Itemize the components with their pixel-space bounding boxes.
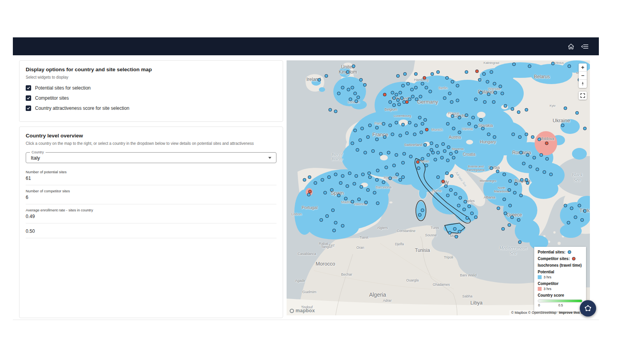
potential-site-marker[interactable]	[500, 92, 504, 95]
potential-site-marker[interactable]	[425, 164, 428, 167]
potential-site-marker[interactable]	[320, 178, 324, 182]
potential-site-marker[interactable]	[398, 103, 401, 106]
potential-site-marker[interactable]	[334, 172, 338, 176]
potential-site-marker[interactable]	[429, 90, 432, 93]
potential-site-marker[interactable]	[388, 177, 392, 180]
potential-site-marker[interactable]	[387, 151, 390, 155]
potential-site-marker[interactable]	[493, 135, 496, 139]
potential-site-marker[interactable]	[368, 175, 372, 179]
potential-site-marker[interactable]	[436, 175, 440, 179]
potential-site-marker[interactable]	[366, 135, 370, 139]
potential-site-marker[interactable]	[532, 156, 536, 160]
potential-site-marker[interactable]	[330, 188, 334, 192]
potential-site-marker[interactable]	[441, 142, 445, 146]
potential-site-marker[interactable]	[355, 174, 358, 178]
potential-site-marker[interactable]	[513, 191, 516, 194]
potential-site-marker[interactable]	[339, 181, 342, 185]
potential-site-marker[interactable]	[359, 185, 363, 188]
compass-button[interactable]	[579, 80, 587, 88]
potential-site-marker[interactable]	[509, 179, 512, 183]
competitor-site-marker[interactable]	[416, 160, 420, 164]
potential-site-marker[interactable]	[493, 82, 496, 86]
potential-site-marker[interactable]	[371, 149, 375, 153]
potential-site-marker[interactable]	[418, 116, 421, 119]
potential-site-marker[interactable]	[444, 184, 447, 188]
competitor-site-marker[interactable]	[405, 100, 409, 104]
competitor-site-marker[interactable]	[425, 128, 428, 132]
potential-site-marker[interactable]	[329, 108, 332, 112]
competitor-site-marker[interactable]	[475, 70, 479, 73]
potential-site-marker[interactable]	[361, 172, 365, 176]
potential-site-marker[interactable]	[474, 215, 478, 219]
potential-site-marker[interactable]	[517, 218, 520, 222]
potential-site-marker[interactable]	[458, 230, 461, 234]
potential-site-marker[interactable]	[303, 178, 306, 182]
potential-site-marker[interactable]	[363, 83, 366, 86]
potential-site-marker[interactable]	[458, 116, 461, 119]
potential-site-marker[interactable]	[430, 148, 433, 151]
potential-site-marker[interactable]	[414, 72, 417, 76]
potential-site-marker[interactable]	[345, 184, 349, 188]
potential-site-marker[interactable]	[394, 121, 398, 124]
potential-site-marker[interactable]	[458, 130, 461, 134]
potential-site-marker[interactable]	[531, 135, 534, 139]
potential-site-marker[interactable]	[519, 194, 523, 197]
potential-site-marker[interactable]	[376, 201, 379, 205]
potential-site-marker[interactable]	[403, 152, 406, 155]
potential-site-marker[interactable]	[388, 124, 392, 127]
potential-site-marker[interactable]	[401, 161, 405, 165]
potential-site-marker[interactable]	[383, 135, 386, 139]
potential-site-marker[interactable]	[319, 218, 323, 222]
potential-site-marker[interactable]	[575, 111, 579, 114]
potential-site-marker[interactable]	[323, 191, 327, 194]
potential-site-marker[interactable]	[424, 118, 427, 122]
potential-site-marker[interactable]	[540, 153, 543, 157]
potential-site-marker[interactable]	[479, 91, 483, 95]
potential-site-marker[interactable]	[511, 107, 514, 111]
potential-site-marker[interactable]	[388, 100, 392, 104]
potential-site-marker[interactable]	[414, 86, 417, 90]
potential-site-marker[interactable]	[568, 65, 571, 68]
potential-site-marker[interactable]	[512, 62, 516, 66]
potential-site-marker[interactable]	[347, 88, 350, 91]
potential-site-marker[interactable]	[382, 122, 385, 126]
potential-site-marker[interactable]	[486, 80, 489, 84]
potential-site-marker[interactable]	[525, 132, 528, 136]
potential-site-marker[interactable]	[479, 118, 483, 122]
potential-site-marker[interactable]	[449, 152, 453, 155]
potential-site-marker[interactable]	[341, 174, 345, 178]
potential-site-marker[interactable]	[526, 153, 530, 157]
potential-site-marker[interactable]	[519, 151, 523, 155]
potential-site-marker[interactable]	[414, 124, 417, 127]
potential-site-marker[interactable]	[417, 167, 420, 170]
potential-site-marker[interactable]	[375, 138, 379, 141]
potential-site-marker[interactable]	[440, 156, 443, 160]
potential-site-marker[interactable]	[448, 231, 452, 234]
potential-site-marker[interactable]	[580, 218, 584, 222]
potential-site-marker[interactable]	[391, 132, 394, 136]
potential-site-marker[interactable]	[396, 172, 399, 176]
potential-site-marker[interactable]	[450, 100, 453, 104]
potential-site-marker[interactable]	[525, 108, 528, 112]
competitor-site-marker[interactable]	[545, 141, 549, 145]
potential-site-marker[interactable]	[454, 192, 457, 196]
potential-site-marker[interactable]	[445, 172, 449, 175]
home-icon[interactable]	[567, 42, 575, 50]
potential-site-marker[interactable]	[392, 104, 396, 107]
potential-site-marker[interactable]	[421, 209, 424, 212]
potential-site-marker[interactable]	[503, 104, 507, 108]
potential-site-marker[interactable]	[355, 99, 358, 103]
potential-site-marker[interactable]	[514, 182, 517, 186]
potential-site-marker[interactable]	[348, 172, 352, 175]
checkbox-row-country-score[interactable]: Country attractiveness score for site se…	[26, 106, 276, 111]
potential-site-marker[interactable]	[400, 96, 404, 100]
potential-site-marker[interactable]	[452, 127, 456, 130]
potential-site-marker[interactable]	[415, 98, 419, 101]
potential-site-marker[interactable]	[456, 98, 459, 102]
potential-site-marker[interactable]	[418, 213, 421, 216]
potential-site-marker[interactable]	[463, 200, 467, 203]
potential-site-marker[interactable]	[408, 121, 412, 124]
potential-site-marker[interactable]	[401, 84, 405, 87]
potential-site-marker[interactable]	[375, 178, 379, 182]
potential-site-marker[interactable]	[410, 88, 414, 91]
